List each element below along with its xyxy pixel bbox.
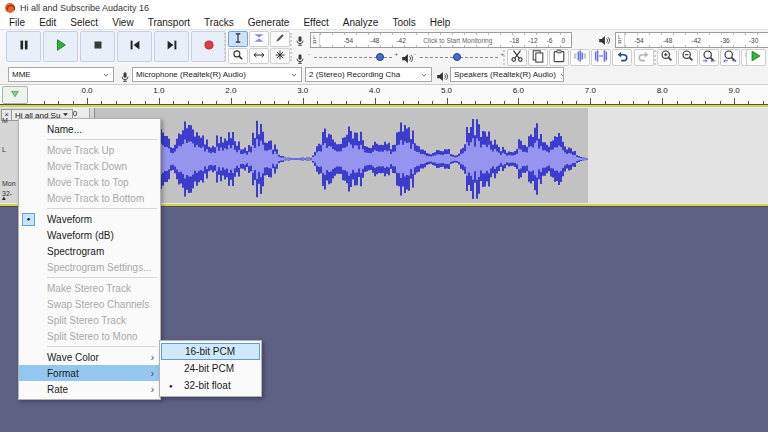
meter-channel-labels: LR	[311, 33, 320, 47]
menu-item-wave-color[interactable]: Wave Color›	[19, 349, 160, 365]
menu-item-split-stereo-to-mono: Split Stereo to Mono	[19, 328, 160, 344]
green-triangle-icon	[9, 86, 21, 104]
menu-item-label: Format	[47, 368, 79, 379]
menu-item-format[interactable]: Format›	[19, 365, 160, 381]
menu-item-label: Move Track Down	[47, 161, 127, 172]
redo-icon	[637, 49, 651, 67]
radio-checked-icon: ●	[169, 383, 173, 389]
stop-button[interactable]	[80, 31, 115, 62]
menu-item-move-track-to-top: Move Track to Top	[19, 174, 160, 190]
menu-item-move-track-up: Move Track Up	[19, 142, 160, 158]
chevron-down-icon	[417, 71, 428, 79]
menu-item-waveform-db[interactable]: Waveform (dB)	[19, 227, 160, 243]
recording-volume-slider[interactable]: -+	[308, 51, 398, 63]
skip-end-button[interactable]	[154, 31, 189, 62]
waveform-area[interactable]	[95, 108, 768, 203]
ruler-label: 8.0	[657, 86, 668, 95]
timeline-options-button[interactable]	[2, 86, 28, 104]
trim-button[interactable]	[570, 49, 590, 66]
play-button[interactable]	[43, 31, 78, 62]
edit-toolbar	[507, 49, 611, 66]
record-button[interactable]	[191, 31, 226, 62]
pause-icon	[17, 38, 31, 56]
slider-minus-label: -	[308, 51, 310, 57]
menu-item-waveform[interactable]: ●Waveform	[19, 211, 160, 227]
menu-item-label: Move Track to Bottom	[47, 193, 144, 204]
menu-edit[interactable]: Edit	[39, 17, 56, 28]
tool-multi-button[interactable]	[270, 48, 290, 64]
waveform	[95, 108, 768, 203]
zoom-in-icon	[660, 49, 674, 67]
menu-view[interactable]: View	[112, 17, 134, 28]
menu-file[interactable]: File	[9, 17, 25, 28]
menu-analyze[interactable]: Analyze	[343, 17, 379, 28]
tool-zoom-button[interactable]	[228, 48, 248, 64]
submenu-item-32-bit-float[interactable]: ●32-bit float	[161, 377, 260, 394]
tool-timeshift-button[interactable]	[249, 48, 269, 64]
stop-icon	[91, 38, 105, 56]
zoom-out-button[interactable]	[678, 49, 698, 66]
menu-effect[interactable]: Effect	[303, 17, 328, 28]
timeline-ruler[interactable]: 0.01.02.03.04.05.06.07.08.09.0	[0, 85, 768, 105]
menu-item-rate[interactable]: Rate›	[19, 381, 160, 397]
zoom-icon	[232, 47, 244, 65]
skip-start-button[interactable]	[117, 31, 152, 62]
menu-select[interactable]: Select	[70, 17, 98, 28]
playback-volume-slider[interactable]: -+	[414, 51, 504, 63]
envelope-icon	[253, 30, 265, 48]
meter-tick: -18	[510, 37, 519, 44]
slider-thumb[interactable]	[376, 53, 384, 61]
menu-item-spectrogram[interactable]: Spectrogram	[19, 243, 160, 259]
menu-help[interactable]: Help	[430, 17, 451, 28]
meter-tick: -54	[344, 37, 353, 44]
meter-tick: 0	[561, 37, 565, 44]
menu-transport[interactable]: Transport	[148, 17, 190, 28]
cut-button[interactable]	[507, 49, 527, 66]
draw-icon	[274, 30, 286, 48]
submenu-item-24-bit-pcm[interactable]: 24-bit PCM	[161, 360, 260, 377]
audio-host-value: MME	[12, 70, 31, 79]
submenu-item-label: 24-bit PCM	[184, 363, 234, 374]
audio-host-select[interactable]: MME	[8, 67, 114, 82]
ruler-label: 6.0	[513, 86, 524, 95]
copy-button[interactable]	[528, 49, 548, 66]
chevron-down-icon	[287, 71, 298, 79]
redo-button[interactable]	[634, 49, 654, 66]
recording-channels-value: 2 (Stereo) Recording Cha	[309, 70, 400, 79]
meter-channel-labels: LR	[616, 33, 625, 47]
slider-thumb[interactable]	[453, 53, 461, 61]
menu-item-name[interactable]: Name...	[19, 121, 160, 137]
silence-button[interactable]	[591, 49, 611, 66]
menu-item-spectrogram-settings: Spectrogram Settings...	[19, 259, 160, 275]
tool-envelope-button[interactable]	[249, 31, 269, 47]
ruler-label: 4.0	[369, 86, 380, 95]
toolbar-grip	[503, 50, 505, 65]
playback-meter[interactable]: LR-54-48-42-36-30	[615, 32, 768, 48]
zoom-selection-button[interactable]	[699, 49, 719, 66]
device-toolbar: MME Microphone (Realtek(R) Audio) 2 (Ste…	[0, 66, 768, 85]
menu-tools[interactable]: Tools	[392, 17, 415, 28]
collapse-track-icon[interactable]: ▴	[2, 194, 6, 202]
zoom-fit-button[interactable]	[720, 49, 740, 66]
playback-device-select[interactable]: Speakers (Realtek(R) Audio)	[450, 67, 564, 82]
tool-selection-button[interactable]	[228, 31, 248, 47]
recording-meter[interactable]: LR-54-48-42Click to Start Monitoring-18-…	[310, 32, 572, 48]
zoom-out-icon	[681, 49, 695, 67]
zoom-in-button[interactable]	[657, 49, 677, 66]
play-at-speed-button[interactable]	[746, 49, 766, 66]
recording-meter-scale: -54-48-42Click to Start Monitoring-18-12…	[320, 33, 571, 47]
meter-tick: -30	[749, 37, 758, 44]
menu-generate[interactable]: Generate	[248, 17, 290, 28]
slider-plus-label: +	[394, 51, 398, 57]
ruler-label: 9.0	[729, 86, 740, 95]
pause-button[interactable]	[6, 31, 41, 62]
recording-channels-select[interactable]: 2 (Stereo) Recording Cha	[305, 67, 432, 82]
menu-tracks[interactable]: Tracks	[204, 17, 234, 28]
recording-device-select[interactable]: Microphone (Realtek(R) Audio)	[132, 67, 302, 82]
undo-button[interactable]	[612, 49, 632, 66]
paste-button[interactable]	[549, 49, 569, 66]
menu-item-swap-stereo-channels: Swap Stereo Channels	[19, 296, 160, 312]
submenu-item-16-bit-pcm[interactable]: 16-bit PCM	[161, 343, 260, 360]
monitor-text[interactable]: Click to Start Monitoring	[406, 37, 510, 44]
tool-draw-button[interactable]	[270, 31, 290, 47]
